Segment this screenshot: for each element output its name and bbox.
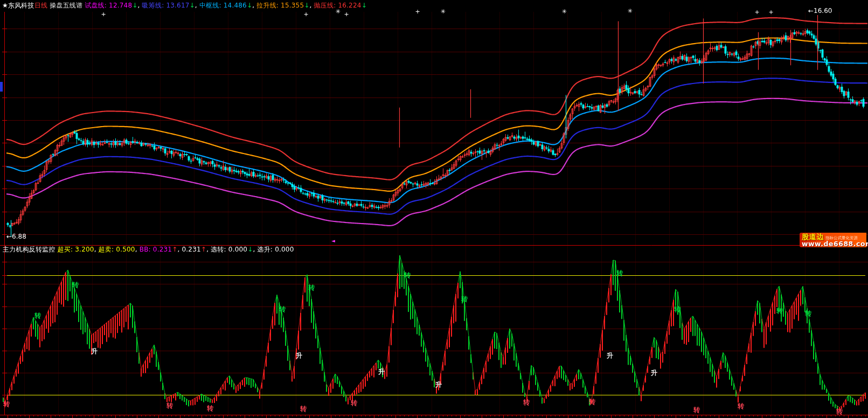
low-price-label: ←6.88 (6, 233, 26, 240)
indicator-label-rise: 升 (435, 380, 442, 389)
reading-separator: , (206, 246, 211, 253)
indicator-label-peak: 转 (805, 309, 811, 318)
reading-separator: , (94, 246, 99, 253)
plus-marker-icon: + (754, 9, 759, 16)
reading-label-value: BB: 0.231 (140, 246, 172, 253)
sub-indicator-title[interactable]: 主力机构反转监控 (3, 246, 55, 253)
plus-marker-icon: + (101, 11, 106, 18)
star-marker-icon: ✳ (440, 8, 445, 15)
indicator-label-bottom: 转 (738, 402, 744, 411)
reading-label-value: 试盘线: 12.748 (85, 2, 132, 9)
star-marker-icon: ✳ (627, 8, 632, 15)
trend-arrow-icon: ↓ (304, 2, 309, 9)
indicator-readings: 试盘线: 12.748↓, 吸筹线: 13.617↓, 中枢线: 14.486↓… (85, 2, 367, 9)
indicator-label-rise: 升 (378, 367, 385, 377)
trend-arrow-icon: ↓ (247, 2, 252, 9)
indicator-label-peak: 转 (674, 305, 680, 314)
indicator-label-bottom: 转 (351, 399, 357, 408)
plus-marker-icon: + (415, 8, 420, 15)
trend-arrow-icon: ↑ (172, 246, 177, 253)
indicator-label-peak: 转 (461, 295, 468, 304)
watermark-url: www.de6688.com (802, 241, 865, 247)
reading-separator: , (195, 2, 199, 9)
trend-arrow-icon: ↓ (132, 2, 137, 9)
reading-label-value: 超买: 3.200 (58, 246, 94, 253)
reading-label-value: 选转: 0.000 (211, 246, 247, 253)
indicator-label-peak: 转 (616, 269, 623, 278)
reading-separator: , (177, 246, 182, 253)
watermark: 股道边指标公式量化资源 www.de6688.com (800, 233, 866, 247)
reading-label-value: 0.231 (182, 246, 201, 253)
plus-marker-icon: + (768, 9, 773, 16)
trend-arrow-icon: ↓ (190, 2, 195, 9)
indicator-label-rise: 升 (607, 351, 613, 360)
trend-arrow-icon: ↑ (201, 246, 206, 253)
indicator-label-bottom: 转 (523, 398, 530, 407)
indicator-label-peak: 转 (776, 306, 783, 316)
star-marker-icon: ✳ (561, 8, 566, 15)
indicator-label-peak: 转 (404, 271, 411, 280)
indicator-label-bottom: 转 (693, 406, 700, 415)
chart-canvas[interactable] (0, 0, 868, 418)
reading-label-value: 中枢线: 14.486 (199, 2, 247, 9)
trend-arrow-icon: ↓ (247, 246, 253, 253)
indicator-label-peak: 转 (279, 305, 286, 314)
indicator-label-peak: 转 (72, 281, 79, 290)
plus-marker-icon: + (344, 11, 349, 18)
indicator-label-bottom: 转 (300, 405, 307, 414)
indicator-label-rise: 升 (91, 347, 98, 356)
reading-separator: , (138, 2, 142, 9)
stock-name: ★东风科技 (2, 2, 34, 9)
plus-marker-icon: + (303, 11, 308, 18)
reading-separator: , (135, 246, 140, 253)
reading-label-value: 选升: 0.000 (257, 246, 294, 253)
indicator-label-peak: 转 (34, 311, 41, 321)
star-marker-icon: ✳ (335, 8, 340, 15)
reading-label-value: 吸筹线: 13.617 (142, 2, 190, 9)
sub-indicator-header: 主力机构反转监控 超买: 3.200, 超卖: 0.500, BB: 0.231… (3, 246, 294, 254)
reading-label-value: 超卖: 0.500 (99, 246, 135, 253)
indicator-label-bottom: 转 (207, 404, 213, 413)
indicator-label-bottom: 转 (3, 400, 10, 409)
reading-separator: , (310, 2, 314, 9)
indicator-name: 操盘五线谱 (50, 2, 82, 9)
indicator-label-rise: 升 (651, 368, 657, 378)
indicator-label-peak: 转 (308, 283, 315, 292)
period-label[interactable]: 日线 (34, 2, 47, 9)
left-edge-marker (0, 82, 3, 92)
cursor-arrow-icon: ◄ (331, 238, 335, 243)
reading-label-value: 拉升线: 15.355 (256, 2, 304, 9)
title-bar: ★东风科技日线 操盘五线谱 试盘线: 12.748↓, 吸筹线: 13.617↓… (2, 1, 367, 10)
indicator-label-bottom: 转 (166, 401, 173, 410)
indicator-label-bottom: 转 (836, 407, 843, 416)
sub-indicator-readings: 超买: 3.200, 超卖: 0.500, BB: 0.231↑, 0.231↑… (58, 246, 294, 253)
indicator-label-bottom: 转 (589, 398, 595, 407)
trend-arrow-icon: ↓ (362, 2, 367, 9)
high-price-label: ←16.60 (808, 7, 832, 15)
indicator-label-rise: 升 (296, 351, 302, 360)
